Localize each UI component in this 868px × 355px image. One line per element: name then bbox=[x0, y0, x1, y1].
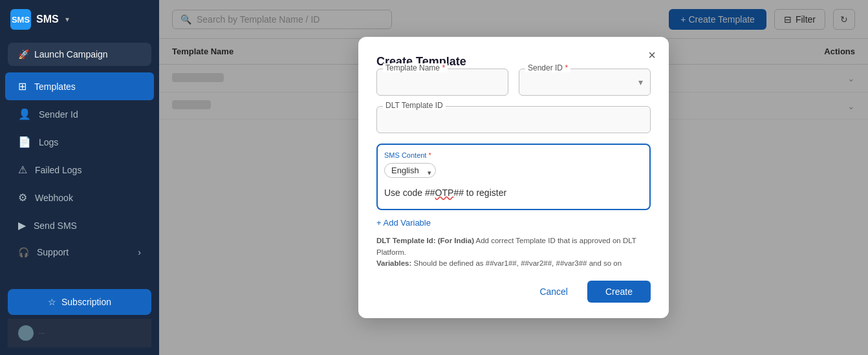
sender-id-select[interactable] bbox=[519, 69, 651, 96]
create-button[interactable]: Create bbox=[587, 281, 651, 303]
person-icon: 👤 bbox=[18, 108, 31, 120]
dlt-template-id-group: DLT Template ID bbox=[376, 106, 651, 133]
logs-icon: 📄 bbox=[18, 136, 31, 148]
sidebar-header: SMS SMS ▾ bbox=[0, 0, 159, 39]
sms-text-before: Use code ## bbox=[384, 188, 435, 198]
sidebar-bottom: ☆ Subscription ··· bbox=[0, 281, 159, 355]
sms-text-area-display: Use code ##OTP## to register bbox=[384, 183, 643, 202]
app-logo: SMS bbox=[10, 9, 31, 30]
sms-content-label: SMS Content * bbox=[384, 151, 643, 159]
send-icon: ▶ bbox=[18, 219, 26, 231]
template-name-group: Template Name * bbox=[376, 69, 508, 96]
cancel-button[interactable]: Cancel bbox=[528, 281, 580, 303]
templates-icon: ⊞ bbox=[18, 80, 27, 92]
modal-row-2: DLT Template ID bbox=[376, 106, 651, 133]
required-star: * bbox=[442, 63, 445, 72]
app-name: SMS bbox=[36, 14, 59, 25]
sidebar-item-send-sms[interactable]: ▶ Send SMS bbox=[5, 211, 154, 239]
star-icon: ☆ bbox=[48, 297, 56, 307]
sidebar: SMS SMS ▾ 🚀 Launch Campaign ⊞ Templates … bbox=[0, 0, 159, 355]
modal-close-button[interactable]: × bbox=[648, 48, 656, 61]
sender-id-select-wrap: ▾ bbox=[519, 69, 651, 96]
modal-row-1: Template Name * Sender ID * ▾ bbox=[376, 69, 651, 96]
rocket-icon: 🚀 bbox=[18, 49, 29, 59]
avatar bbox=[18, 325, 34, 341]
dlt-hint: DLT Template Id: (For India) Add correct… bbox=[376, 235, 651, 269]
launch-campaign-button[interactable]: 🚀 Launch Campaign bbox=[8, 43, 151, 66]
sender-id-label: Sender ID * bbox=[525, 63, 570, 72]
sidebar-item-failed-logs[interactable]: ⚠ Failed Logs bbox=[5, 156, 154, 184]
webhook-icon: ⚙ bbox=[18, 191, 27, 204]
sidebar-item-sender-id[interactable]: 👤 Sender Id bbox=[5, 100, 154, 128]
sender-required-star: * bbox=[565, 63, 568, 72]
sidebar-item-templates[interactable]: ⊞ Templates bbox=[5, 72, 154, 100]
create-template-modal: Create Template × Template Name * Sender… bbox=[358, 37, 669, 318]
modal-overlay: Create Template × Template Name * Sender… bbox=[159, 0, 868, 355]
support-chevron-icon: › bbox=[138, 247, 141, 257]
support-icon: 🎧 bbox=[18, 247, 29, 257]
language-select[interactable]: English Hindi Marathi Tamil bbox=[384, 163, 436, 178]
dlt-template-id-input[interactable] bbox=[376, 106, 651, 133]
sidebar-item-webhook[interactable]: ⚙ Webhook bbox=[5, 184, 154, 211]
sms-text-after: ## to register bbox=[453, 188, 506, 198]
sender-id-group: Sender ID * ▾ bbox=[519, 69, 651, 96]
subscription-button[interactable]: ☆ Subscription bbox=[8, 289, 151, 315]
template-name-input[interactable] bbox=[376, 69, 508, 96]
chevron-down-icon: ▾ bbox=[65, 15, 69, 24]
template-name-label: Template Name * bbox=[383, 63, 448, 72]
sidebar-footer: ··· bbox=[8, 319, 151, 347]
main-content: 🔍 Search by Template Name / ID + Create … bbox=[159, 0, 868, 355]
sms-text-highlight: OTP bbox=[435, 188, 454, 198]
language-select-wrap: English Hindi Marathi Tamil ▾ bbox=[384, 163, 436, 183]
modal-actions: Cancel Create bbox=[376, 281, 651, 303]
sidebar-item-support[interactable]: 🎧 Support › bbox=[5, 239, 154, 265]
footer-text: ··· bbox=[39, 329, 45, 337]
sidebar-item-logs[interactable]: 📄 Logs bbox=[5, 128, 154, 156]
warning-icon: ⚠ bbox=[18, 164, 27, 176]
add-variable-button[interactable]: + Add Variable bbox=[376, 218, 431, 228]
sms-content-group: SMS Content * English Hindi Marathi Tami… bbox=[376, 144, 651, 210]
dlt-id-label: DLT Template ID bbox=[383, 101, 446, 110]
